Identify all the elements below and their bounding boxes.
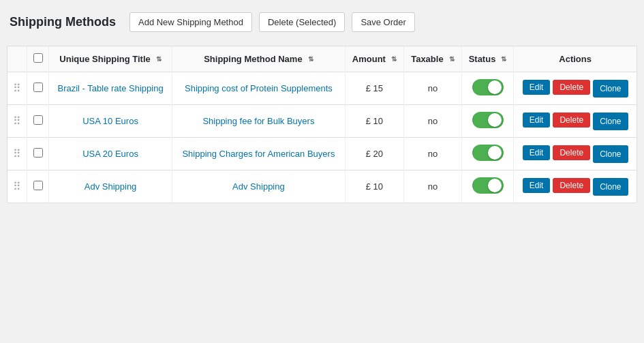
taxable-value: no [428,149,438,159]
toggle-thumb [488,146,502,160]
clone-button-1[interactable]: Clone [593,80,628,98]
method-name-link-4[interactable]: Adv Shipping [232,181,285,192]
clone-button-3[interactable]: Clone [593,145,628,163]
drag-handle-cell: ⠿ [7,72,27,105]
method-name-cell: Shipping Charges for American Buyers [172,138,346,170]
row-checkbox-3[interactable] [33,148,43,158]
drag-handle-cell: ⠿ [7,138,27,170]
unique-title-cell: Adv Shipping [49,170,172,203]
row-checkbox-cell [27,138,49,170]
shipping-methods-table-container: Unique Shipping Title ⇅ Shipping Method … [7,46,637,203]
th-unique-title: Unique Shipping Title ⇅ [49,46,172,72]
unique-title-cell: USA 10 Euros [49,105,172,138]
drag-handle-cell: ⠿ [7,170,27,203]
drag-handle-icon[interactable]: ⠿ [13,181,21,192]
th-drag [7,46,27,72]
taxable-value: no [428,181,438,192]
status-cell [461,138,514,170]
row-checkbox-1[interactable] [33,83,43,92]
method-name-link-1[interactable]: Shipping cost of Protein Supplements [185,83,333,93]
sort-icon-status[interactable]: ⇅ [501,55,506,63]
table-body: ⠿ Brazil - Table rate Shipping Shipping … [7,72,637,203]
btn-top-row: Edit Delete [523,80,590,95]
status-cell [461,105,514,138]
toggle-track [472,112,504,128]
row-checkbox-cell [27,105,49,138]
th-taxable: Taxable ⇅ [404,46,462,72]
action-buttons-1: Edit Delete Clone [519,80,631,98]
btn-top-row: Edit Delete [523,113,590,128]
clone-button-4[interactable]: Clone [593,178,628,196]
action-buttons-3: Edit Delete Clone [519,145,631,163]
toggle-thumb [488,179,502,192]
drag-handle-icon[interactable]: ⠿ [13,83,21,94]
taxable-cell: no [404,170,462,203]
table-row: ⠿ Adv Shipping Adv Shipping £ 10 no [7,170,637,203]
status-cell [461,72,514,105]
save-order-button[interactable]: Save Order [352,12,414,32]
clone-button-2[interactable]: Clone [593,113,628,130]
page-wrapper: Shipping Methods Add New Shipping Method… [0,0,644,343]
amount-value: £ 20 [366,149,383,159]
amount-cell: £ 15 [345,72,403,105]
sort-icon-taxable[interactable]: ⇅ [449,55,455,63]
unique-title-link-4[interactable]: Adv Shipping [85,181,137,192]
taxable-value: no [428,116,438,126]
delete-selected-button[interactable]: Delete (Selected) [259,12,345,32]
action-buttons-2: Edit Delete Clone [519,113,631,130]
delete-button-4[interactable]: Delete [553,178,590,193]
row-checkbox-2[interactable] [33,115,43,125]
method-name-link-3[interactable]: Shipping Charges for American Buyers [182,149,335,159]
unique-title-link-1[interactable]: Brazil - Table rate Shipping [57,83,163,93]
edit-button-1[interactable]: Edit [523,80,551,95]
sort-icon-unique-title[interactable]: ⇅ [156,55,162,63]
toggle-track [472,145,504,161]
method-name-link-2[interactable]: Shipping fee for Bulk Buyers [202,116,314,126]
add-new-shipping-button[interactable]: Add New Shipping Method [129,12,252,32]
btn-bottom-row: Clone [593,145,628,163]
shipping-methods-table: Unique Shipping Title ⇅ Shipping Method … [7,46,637,203]
status-toggle-2[interactable] [472,112,504,128]
delete-button-1[interactable]: Delete [553,80,590,95]
unique-title-link-2[interactable]: USA 10 Euros [82,116,138,126]
toggle-thumb [488,80,502,94]
actions-cell: Edit Delete Clone [514,170,637,203]
th-amount: Amount ⇅ [345,46,403,72]
table-row: ⠿ Brazil - Table rate Shipping Shipping … [7,72,637,105]
amount-value: £ 10 [366,181,383,192]
select-all-checkbox[interactable] [33,53,43,63]
edit-button-3[interactable]: Edit [523,145,551,160]
header-bar: Shipping Methods Add New Shipping Method… [7,7,637,38]
delete-button-3[interactable]: Delete [553,145,590,160]
th-status: Status ⇅ [461,46,514,72]
row-checkbox-cell [27,170,49,203]
btn-top-row: Edit Delete [523,178,590,193]
status-toggle-4[interactable] [472,177,504,194]
edit-button-4[interactable]: Edit [523,178,551,193]
btn-bottom-row: Clone [593,178,628,196]
amount-cell: £ 20 [345,138,403,170]
sort-icon-method-name[interactable]: ⇅ [308,55,313,63]
amount-cell: £ 10 [345,105,403,138]
status-toggle-1[interactable] [472,79,504,95]
taxable-cell: no [404,72,462,105]
drag-handle-cell: ⠿ [7,105,27,138]
unique-title-cell: Brazil - Table rate Shipping [49,72,172,105]
unique-title-link-3[interactable]: USA 20 Euros [82,149,138,159]
actions-cell: Edit Delete Clone [514,105,637,138]
row-checkbox-cell [27,72,49,105]
method-name-cell: Shipping fee for Bulk Buyers [172,105,346,138]
status-cell [461,170,514,203]
actions-cell: Edit Delete Clone [514,138,637,170]
drag-handle-icon[interactable]: ⠿ [13,148,21,160]
delete-button-2[interactable]: Delete [553,113,590,128]
taxable-cell: no [404,105,462,138]
sort-icon-amount[interactable]: ⇅ [391,55,397,63]
status-toggle-3[interactable] [472,145,504,161]
toggle-thumb [488,113,502,127]
table-header-row: Unique Shipping Title ⇅ Shipping Method … [7,46,637,72]
edit-button-2[interactable]: Edit [523,113,551,128]
drag-handle-icon[interactable]: ⠿ [13,115,21,127]
btn-bottom-row: Clone [593,113,628,130]
row-checkbox-4[interactable] [33,181,43,190]
